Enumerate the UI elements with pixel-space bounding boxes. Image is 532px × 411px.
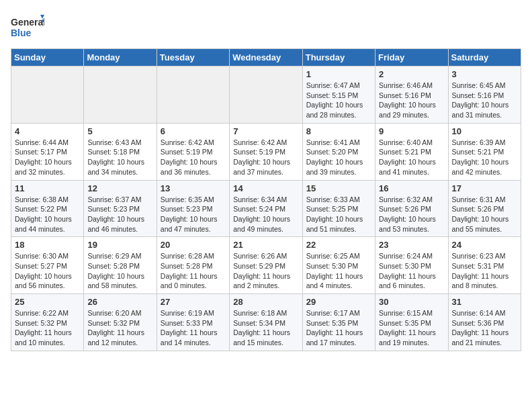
calendar-cell: 27Sunrise: 6:19 AM Sunset: 5:33 PM Dayli… [157, 294, 229, 351]
calendar-week-row: 4Sunrise: 6:44 AM Sunset: 5:17 PM Daylig… [11, 123, 521, 180]
day-info: Sunrise: 6:47 AM Sunset: 5:15 PM Dayligh… [306, 81, 371, 120]
day-number: 3 [452, 69, 517, 79]
day-number: 2 [379, 69, 444, 79]
day-info: Sunrise: 6:26 AM Sunset: 5:29 PM Dayligh… [233, 251, 298, 291]
header: General Blue [11, 11, 521, 43]
day-info: Sunrise: 6:14 AM Sunset: 5:36 PM Dayligh… [452, 308, 517, 348]
calendar-cell: 20Sunrise: 6:28 AM Sunset: 5:28 PM Dayli… [157, 237, 229, 294]
calendar-body: 1Sunrise: 6:47 AM Sunset: 5:15 PM Daylig… [11, 66, 521, 351]
weekday-header: Wednesday [230, 49, 302, 66]
day-number: 8 [306, 126, 371, 136]
calendar-cell: 11Sunrise: 6:38 AM Sunset: 5:22 PM Dayli… [11, 180, 84, 237]
weekday-header: Saturday [448, 49, 521, 66]
calendar-cell: 18Sunrise: 6:30 AM Sunset: 5:27 PM Dayli… [11, 237, 84, 294]
calendar-cell: 8Sunrise: 6:41 AM Sunset: 5:20 PM Daylig… [302, 123, 375, 180]
day-info: Sunrise: 6:32 AM Sunset: 5:26 PM Dayligh… [379, 195, 444, 234]
calendar-cell: 25Sunrise: 6:22 AM Sunset: 5:32 PM Dayli… [11, 294, 84, 351]
calendar-cell: 16Sunrise: 6:32 AM Sunset: 5:26 PM Dayli… [375, 180, 448, 237]
day-number: 28 [233, 297, 298, 307]
calendar-table: SundayMondayTuesdayWednesdayThursdayFrid… [11, 48, 521, 351]
day-number: 22 [306, 240, 371, 250]
calendar-cell: 7Sunrise: 6:42 AM Sunset: 5:19 PM Daylig… [230, 123, 302, 180]
day-info: Sunrise: 6:34 AM Sunset: 5:24 PM Dayligh… [233, 195, 298, 234]
calendar-cell: 13Sunrise: 6:35 AM Sunset: 5:23 PM Dayli… [157, 180, 229, 237]
calendar-cell: 9Sunrise: 6:40 AM Sunset: 5:21 PM Daylig… [375, 123, 448, 180]
day-number: 20 [161, 240, 226, 250]
day-number: 24 [452, 240, 517, 250]
day-number: 4 [15, 126, 80, 136]
day-info: Sunrise: 6:20 AM Sunset: 5:32 PM Dayligh… [87, 308, 152, 348]
svg-text:General: General [11, 17, 44, 28]
day-number: 13 [161, 183, 226, 193]
day-number: 9 [379, 126, 444, 136]
day-info: Sunrise: 6:43 AM Sunset: 5:18 PM Dayligh… [87, 138, 152, 177]
calendar-cell: 4Sunrise: 6:44 AM Sunset: 5:17 PM Daylig… [11, 123, 84, 180]
day-info: Sunrise: 6:42 AM Sunset: 5:19 PM Dayligh… [233, 138, 298, 177]
day-number: 14 [233, 183, 298, 193]
calendar-cell: 26Sunrise: 6:20 AM Sunset: 5:32 PM Dayli… [84, 294, 157, 351]
day-info: Sunrise: 6:38 AM Sunset: 5:22 PM Dayligh… [15, 195, 80, 234]
calendar-cell: 2Sunrise: 6:46 AM Sunset: 5:16 PM Daylig… [375, 66, 448, 124]
calendar-cell: 6Sunrise: 6:42 AM Sunset: 5:19 PM Daylig… [157, 123, 229, 180]
calendar-cell: 10Sunrise: 6:39 AM Sunset: 5:21 PM Dayli… [448, 123, 521, 180]
svg-text:Blue: Blue [11, 28, 32, 38]
calendar-cell: 21Sunrise: 6:26 AM Sunset: 5:29 PM Dayli… [230, 237, 302, 294]
day-info: Sunrise: 6:45 AM Sunset: 5:16 PM Dayligh… [452, 81, 517, 120]
calendar-cell: 1Sunrise: 6:47 AM Sunset: 5:15 PM Daylig… [302, 66, 375, 124]
weekday-header: Tuesday [157, 49, 229, 66]
day-number: 23 [379, 240, 444, 250]
day-info: Sunrise: 6:39 AM Sunset: 5:21 PM Dayligh… [452, 138, 517, 177]
day-info: Sunrise: 6:42 AM Sunset: 5:19 PM Dayligh… [161, 138, 226, 177]
calendar-cell [157, 66, 229, 124]
day-number: 30 [379, 297, 444, 307]
calendar-cell: 12Sunrise: 6:37 AM Sunset: 5:23 PM Dayli… [84, 180, 157, 237]
calendar-cell: 14Sunrise: 6:34 AM Sunset: 5:24 PM Dayli… [230, 180, 302, 237]
day-number: 1 [306, 69, 371, 79]
calendar-cell [230, 66, 302, 124]
day-info: Sunrise: 6:22 AM Sunset: 5:32 PM Dayligh… [15, 308, 80, 348]
calendar-week-row: 18Sunrise: 6:30 AM Sunset: 5:27 PM Dayli… [11, 237, 521, 294]
day-info: Sunrise: 6:40 AM Sunset: 5:21 PM Dayligh… [379, 138, 444, 177]
day-number: 7 [233, 126, 298, 136]
day-info: Sunrise: 6:15 AM Sunset: 5:35 PM Dayligh… [379, 308, 444, 348]
day-info: Sunrise: 6:35 AM Sunset: 5:23 PM Dayligh… [161, 195, 226, 234]
calendar-cell: 31Sunrise: 6:14 AM Sunset: 5:36 PM Dayli… [448, 294, 521, 351]
calendar-cell: 5Sunrise: 6:43 AM Sunset: 5:18 PM Daylig… [84, 123, 157, 180]
day-info: Sunrise: 6:41 AM Sunset: 5:20 PM Dayligh… [306, 138, 371, 177]
calendar-cell: 30Sunrise: 6:15 AM Sunset: 5:35 PM Dayli… [375, 294, 448, 351]
day-info: Sunrise: 6:25 AM Sunset: 5:30 PM Dayligh… [306, 251, 371, 291]
day-info: Sunrise: 6:29 AM Sunset: 5:28 PM Dayligh… [87, 251, 152, 291]
day-number: 21 [233, 240, 298, 250]
weekday-header: Monday [84, 49, 157, 66]
day-number: 25 [15, 297, 80, 307]
day-info: Sunrise: 6:24 AM Sunset: 5:30 PM Dayligh… [379, 251, 444, 291]
day-number: 10 [452, 126, 517, 136]
day-number: 5 [87, 126, 152, 136]
day-number: 29 [306, 297, 371, 307]
calendar-cell: 3Sunrise: 6:45 AM Sunset: 5:16 PM Daylig… [448, 66, 521, 124]
day-number: 11 [15, 183, 80, 193]
day-info: Sunrise: 6:23 AM Sunset: 5:31 PM Dayligh… [452, 251, 517, 291]
day-number: 27 [161, 297, 226, 307]
day-number: 15 [306, 183, 371, 193]
day-number: 18 [15, 240, 80, 250]
day-info: Sunrise: 6:33 AM Sunset: 5:25 PM Dayligh… [306, 195, 371, 234]
logo: General Blue [11, 11, 44, 43]
calendar-cell [11, 66, 84, 124]
day-number: 12 [87, 183, 152, 193]
day-number: 26 [87, 297, 152, 307]
day-number: 17 [452, 183, 517, 193]
day-number: 31 [452, 297, 517, 307]
day-info: Sunrise: 6:46 AM Sunset: 5:16 PM Dayligh… [379, 81, 444, 120]
calendar-cell: 19Sunrise: 6:29 AM Sunset: 5:28 PM Dayli… [84, 237, 157, 294]
day-info: Sunrise: 6:44 AM Sunset: 5:17 PM Dayligh… [15, 138, 80, 177]
day-info: Sunrise: 6:37 AM Sunset: 5:23 PM Dayligh… [87, 195, 152, 234]
calendar-week-row: 11Sunrise: 6:38 AM Sunset: 5:22 PM Dayli… [11, 180, 521, 237]
calendar-cell [84, 66, 157, 124]
calendar-week-row: 25Sunrise: 6:22 AM Sunset: 5:32 PM Dayli… [11, 294, 521, 351]
weekday-header: Friday [375, 49, 448, 66]
day-info: Sunrise: 6:31 AM Sunset: 5:26 PM Dayligh… [452, 195, 517, 234]
calendar-cell: 17Sunrise: 6:31 AM Sunset: 5:26 PM Dayli… [448, 180, 521, 237]
day-number: 16 [379, 183, 444, 193]
calendar-cell: 29Sunrise: 6:17 AM Sunset: 5:35 PM Dayli… [302, 294, 375, 351]
